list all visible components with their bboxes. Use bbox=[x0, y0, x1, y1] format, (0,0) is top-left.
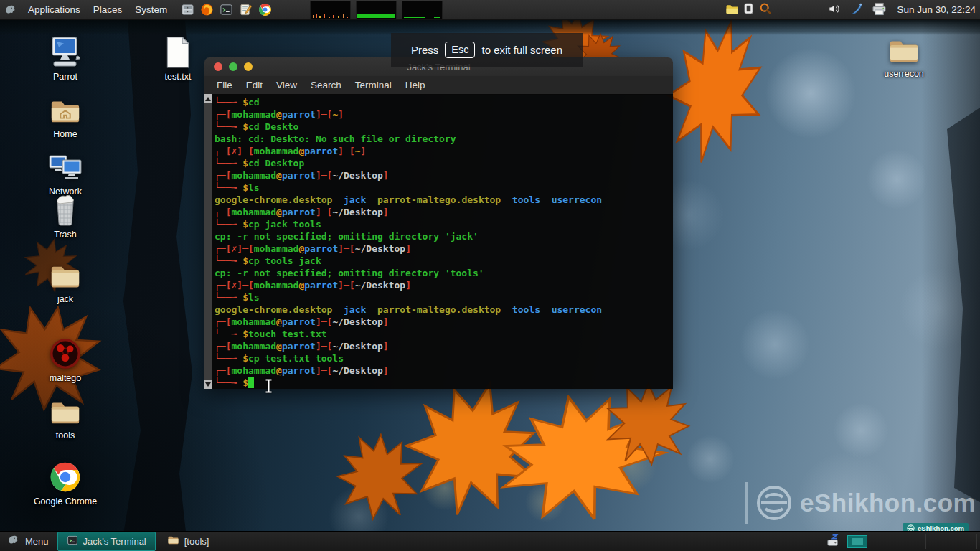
menu-applications[interactable]: Applications bbox=[22, 0, 87, 19]
desktop-icon-maltego[interactable]: maltego bbox=[38, 336, 93, 383]
desktop-icon-network[interactable]: Network bbox=[38, 149, 93, 197]
taskbar-task-jack-s-terminal[interactable]: Jack's Terminal bbox=[57, 532, 156, 551]
terminal-menu-help[interactable]: Help bbox=[399, 76, 432, 94]
scroll-up-arrow[interactable] bbox=[204, 94, 212, 103]
terminal-line: └──╼ $ls bbox=[215, 182, 670, 194]
desktop-icon-google-chrome[interactable]: Google Chrome bbox=[27, 459, 103, 507]
terminal-line: google-chrome.desktop jack parrot-malteg… bbox=[215, 303, 670, 316]
terminal-line: ┌─[mohammad@parrot]─[~] bbox=[215, 108, 670, 121]
desktop-icon-home[interactable]: Home bbox=[38, 92, 93, 139]
terminal-line: └──╼ $touch test.txt bbox=[215, 328, 670, 340]
terminal-line: ┌─[✗]─[mohammad@parrot]─[~/Desktop] bbox=[215, 279, 670, 291]
desktop-icon-test-txt[interactable]: test.txt bbox=[151, 34, 205, 82]
terminal-line: google-chrome.desktop jack parrot-malteg… bbox=[215, 194, 670, 206]
scroll-down-arrow[interactable] bbox=[204, 380, 212, 389]
watermark-bar bbox=[745, 482, 748, 524]
menu-label: Menu bbox=[25, 536, 49, 547]
desktop-icon-tools[interactable]: tools bbox=[38, 393, 93, 441]
terminal-line: ┌─[mohammad@parrot]─[~/Desktop] bbox=[215, 206, 670, 218]
terminal-menu-file[interactable]: File bbox=[210, 76, 239, 94]
chrome-launcher-icon[interactable] bbox=[258, 3, 272, 17]
terminal-line: └──╼ $cp tools jack bbox=[215, 255, 670, 267]
notes-applet-icon[interactable] bbox=[725, 4, 738, 17]
memory-monitor[interactable] bbox=[356, 1, 397, 19]
eshikhon-logo-icon bbox=[755, 484, 793, 522]
desktop-icon-label: Google Chrome bbox=[34, 496, 97, 507]
watermark: eShikhon.com bbox=[745, 482, 976, 524]
panel-launchers bbox=[181, 3, 272, 17]
top-panel: ApplicationsPlacesSystem Sun Jun 30, 22:… bbox=[0, 0, 980, 20]
suspend-icon[interactable] bbox=[826, 534, 840, 550]
print-applet-icon[interactable] bbox=[872, 2, 887, 18]
terminal-line: ┌─[mohammad@parrot]─[~/Desktop] bbox=[215, 364, 670, 377]
desktop-icon-label: test.txt bbox=[165, 72, 192, 82]
text-editor-launcher-icon[interactable] bbox=[239, 3, 253, 17]
desktop-icon-label: maltego bbox=[50, 373, 81, 383]
search-applet-icon[interactable] bbox=[759, 2, 772, 17]
terminal-line: └──╼ $cp test.txt tools bbox=[215, 352, 670, 364]
desktop-icon-label: Trash bbox=[54, 230, 77, 240]
terminal-launcher-icon[interactable] bbox=[220, 3, 233, 17]
mouse-ibeam-cursor bbox=[264, 379, 273, 393]
terminal-content[interactable]: └──╼ $cd┌─[mohammad@parrot]─[~]└──╼ $cd … bbox=[204, 94, 673, 389]
esc-key: Esc bbox=[445, 42, 475, 58]
network-tool-icon[interactable] bbox=[850, 2, 863, 18]
desktop-icon-parrot[interactable]: Parrot bbox=[38, 34, 93, 82]
task-label: [tools] bbox=[184, 536, 209, 547]
system-monitor-graphs bbox=[310, 1, 443, 19]
terminal-line: ┌─[mohammad@parrot]─[~/Desktop] bbox=[215, 316, 670, 328]
folder-icon bbox=[49, 393, 82, 428]
fullscreen-notice: Press Esc to exit full screen bbox=[391, 33, 583, 67]
taskbar-task--tools-[interactable]: [tools] bbox=[159, 532, 218, 550]
terminal-line: └──╼ $ bbox=[215, 377, 670, 389]
desktop-icon-label: userrecon bbox=[884, 69, 924, 79]
volume-icon[interactable] bbox=[827, 2, 842, 18]
parrot-menu-icon bbox=[7, 534, 20, 549]
panel-tray bbox=[725, 0, 772, 19]
desktop-icon-userrecon[interactable]: userrecon bbox=[877, 32, 931, 79]
terminal-menu-edit[interactable]: Edit bbox=[240, 76, 269, 94]
desktop: eShikhon.com eShikhon.com ApplicationsPl… bbox=[0, 0, 980, 551]
terminal-menu-terminal[interactable]: Terminal bbox=[349, 76, 398, 94]
display-applet-icon[interactable] bbox=[744, 3, 753, 17]
desktop-icon-jack[interactable]: jack bbox=[38, 257, 93, 304]
file-manager-launcher-icon[interactable] bbox=[181, 3, 194, 17]
terminal-menu-search[interactable]: Search bbox=[304, 76, 348, 94]
terminal-line: ┌─[✗]─[mohammad@parrot]─[~/Desktop] bbox=[215, 242, 670, 255]
desktop-icon-label: Home bbox=[53, 129, 77, 139]
folder-icon bbox=[887, 32, 920, 66]
terminal-line: bash: cd: Deskto: No such file or direct… bbox=[215, 133, 670, 145]
chrome-icon bbox=[49, 459, 82, 494]
terminal-line: ┌─[mohammad@parrot]─[~/Desktop] bbox=[215, 340, 670, 352]
terminal-menu-view[interactable]: View bbox=[270, 76, 303, 94]
parrot-logo-icon[interactable] bbox=[4, 4, 17, 17]
fullscreen-notice-suffix: to exit full screen bbox=[481, 44, 562, 56]
terminal-line: ┌─[✗]─[mohammad@parrot]─[~] bbox=[215, 145, 670, 157]
terminal-line: cp: -r not specified; omitting directory… bbox=[215, 230, 670, 242]
desktop-icon-trash[interactable]: Trash bbox=[38, 192, 93, 240]
panel-status bbox=[827, 0, 887, 19]
folder-home-icon bbox=[49, 92, 82, 126]
menu-button[interactable]: Menu bbox=[0, 532, 57, 551]
workspace-switcher[interactable] bbox=[847, 535, 867, 548]
terminal-line: cp: -r not specified; omitting directory… bbox=[215, 267, 670, 279]
terminal-window: Jack's Terminal FileEditViewSearchTermin… bbox=[204, 57, 673, 389]
computer-icon bbox=[48, 34, 83, 69]
clock[interactable]: Sun Jun 30, 22:24 bbox=[897, 0, 976, 19]
cpu-monitor[interactable] bbox=[310, 1, 351, 19]
terminal-line: └──╼ $cp jack tools bbox=[215, 218, 670, 230]
desktop-icon-label: Parrot bbox=[53, 72, 77, 82]
folder-icon bbox=[49, 257, 82, 291]
menu-system[interactable]: System bbox=[128, 0, 174, 19]
menu-places[interactable]: Places bbox=[87, 0, 129, 19]
firefox-launcher-icon[interactable] bbox=[200, 3, 214, 17]
network-monitor[interactable] bbox=[402, 1, 443, 19]
terminal-line: └──╼ $cd bbox=[215, 96, 670, 108]
terminal-line: └──╼ $cd Deskto bbox=[215, 121, 670, 133]
folder-mini-icon bbox=[167, 535, 179, 547]
terminal-scrollbar[interactable] bbox=[204, 94, 212, 389]
text-file-icon bbox=[164, 34, 192, 69]
terminal-cursor bbox=[248, 377, 254, 388]
terminal-line: └──╼ $ls bbox=[215, 291, 670, 303]
taskbar-right bbox=[819, 532, 977, 551]
